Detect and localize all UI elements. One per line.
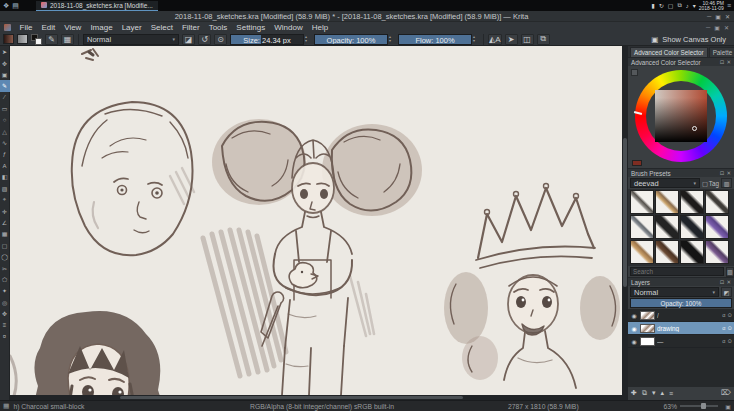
zoom-level[interactable]: 63% <box>663 403 677 410</box>
menu-item[interactable]: Window <box>270 22 307 33</box>
selector-settings-icon[interactable] <box>631 69 638 76</box>
mdi-control-button[interactable]: ✕ <box>724 24 729 31</box>
brush-preset-tile[interactable] <box>705 190 729 214</box>
tool-button[interactable]: ∿ <box>0 137 10 148</box>
move-layer-up-button[interactable]: ▴ <box>660 389 664 397</box>
app-launcher-icon[interactable]: ❖ <box>3 2 9 10</box>
layer-name[interactable]: — <box>657 338 720 345</box>
toolbar-slider[interactable]: Size: 24.34 px <box>230 34 304 45</box>
tag-toggle[interactable]: ▢ Tag <box>702 180 719 187</box>
delete-layer-button[interactable]: ⌦ <box>721 389 731 397</box>
tray-icon[interactable]: ▾ <box>693 2 696 9</box>
window-control-button[interactable]: ─ <box>707 13 711 20</box>
current-brush-name[interactable]: h) Charcoal small-block <box>13 403 84 410</box>
brush-preset-tile[interactable] <box>630 240 654 264</box>
layer-name[interactable]: drawing <box>657 325 720 332</box>
tool-button[interactable]: ◯ <box>0 251 10 262</box>
tool-button[interactable]: A <box>0 160 10 171</box>
layer-row[interactable]: ◉ — α ⊙ <box>628 335 734 348</box>
tool-button[interactable]: ƒ <box>0 149 10 160</box>
menu-item[interactable]: Edit <box>37 22 60 33</box>
brush-presets-header[interactable]: Brush Presets ⊡ ✕ <box>628 168 734 177</box>
float-docker-icon[interactable]: ⊡ <box>720 170 725 176</box>
float-docker-icon[interactable]: ⊡ <box>720 59 725 65</box>
tray-icon[interactable]: ♪ <box>686 3 689 9</box>
saturation-value-square[interactable] <box>655 90 707 142</box>
slider-spinner[interactable]: ▴▾ <box>305 35 311 43</box>
window-list-icon[interactable]: ▤ <box>12 2 19 10</box>
panel-menu-icon[interactable]: ≡ <box>727 2 731 9</box>
brush-preset-tile[interactable] <box>655 190 679 214</box>
canvas[interactable] <box>10 46 622 395</box>
layer-visibility-icon[interactable]: ◉ <box>630 338 638 345</box>
layer-blend-dropdown[interactable]: Normal ▾ <box>630 287 719 297</box>
mdi-control-button[interactable]: ▣ <box>714 24 720 31</box>
menu-item[interactable]: Layer <box>117 22 146 33</box>
tool-button[interactable]: ✦ <box>0 285 10 296</box>
show-canvas-only-button[interactable]: ▣ Show Canvas Only <box>646 35 731 44</box>
window-titlebar[interactable]: 2018-11-08_sketches.kra [Modified] (58.9… <box>0 11 734 22</box>
mirror-horizontal-button[interactable]: ◭A <box>488 34 502 45</box>
tool-button[interactable]: ✥ <box>0 57 10 68</box>
slider-spinner[interactable]: ▴▾ <box>473 35 479 43</box>
tray-icon[interactable]: ▮ <box>651 2 654 9</box>
add-layer-button[interactable]: ✚ <box>631 389 637 397</box>
krita-menu-icon[interactable] <box>4 24 11 31</box>
gradient-chooser[interactable] <box>3 34 14 44</box>
brush-preset-tile[interactable] <box>705 240 729 264</box>
layer-alpha-icon[interactable]: α <box>722 325 725 331</box>
search-options-icon[interactable]: ▥ <box>726 267 734 277</box>
tool-button[interactable]: ◧ <box>0 171 10 182</box>
brush-preset-tile[interactable] <box>680 240 704 264</box>
hscroll-handle[interactable] <box>120 396 463 399</box>
tag-menu-button[interactable]: ▥ <box>721 178 732 188</box>
tool-button[interactable]: ∕ <box>0 92 10 103</box>
layer-visibility-icon[interactable]: ◉ <box>630 312 638 319</box>
tool-button[interactable]: ¤ <box>0 331 10 342</box>
duplicate-layer-button[interactable]: ⧉ <box>642 389 647 397</box>
layers-header[interactable]: Layers ⊡ ✕ <box>628 277 734 286</box>
window-control-button[interactable]: ▣ <box>715 13 721 20</box>
tool-button[interactable]: ✥ <box>0 308 10 319</box>
tool-button[interactable]: ▦ <box>0 228 10 239</box>
layer-name[interactable]: / <box>657 312 720 319</box>
menu-item[interactable]: View <box>60 22 86 33</box>
float-docker-icon[interactable]: ⊡ <box>720 279 725 285</box>
move-layer-down-button[interactable]: ▾ <box>652 389 656 397</box>
menu-item[interactable]: Tools <box>204 22 232 33</box>
reload-preset-button[interactable]: ↺ <box>198 34 211 45</box>
color-selector-header[interactable]: Advanced Color Selector ⊡ ✕ <box>628 57 734 66</box>
tool-button[interactable]: ○ <box>0 114 10 125</box>
close-docker-icon[interactable]: ✕ <box>726 170 731 176</box>
tool-button[interactable]: ⌖ <box>0 194 10 205</box>
tray-icon[interactable]: ⧉ <box>677 2 681 9</box>
tool-button[interactable]: ⬠ <box>0 274 10 285</box>
tray-icon[interactable]: ▢ <box>668 2 674 9</box>
alpha-lock-button[interactable]: ⊙ <box>214 34 227 45</box>
toolbar-slider[interactable]: Flow: 100% <box>398 34 472 45</box>
current-color-swatch[interactable] <box>632 160 642 166</box>
mdi-control-button[interactable]: ─ <box>706 24 710 31</box>
tool-button[interactable]: ➤ <box>0 46 10 57</box>
tool-button[interactable]: △ <box>0 126 10 137</box>
layer-inherit-icon[interactable]: ⊙ <box>727 312 732 318</box>
menu-item[interactable]: Help <box>307 22 332 33</box>
layer-row[interactable]: ◉ / α ⊙ <box>628 309 734 322</box>
layer-properties-button[interactable]: ≡ <box>669 390 673 397</box>
docker-tab[interactable]: Palette <box>709 47 734 57</box>
menu-item[interactable]: Filter <box>177 22 204 33</box>
mirror-vertical-button[interactable]: ➤ <box>505 34 518 45</box>
pattern-chooser[interactable] <box>17 34 28 44</box>
brush-preset-chooser-button[interactable]: ▦ <box>61 34 74 45</box>
brush-preset-tile[interactable] <box>655 240 679 264</box>
close-docker-icon[interactable]: ✕ <box>726 279 731 285</box>
eraser-mode-button[interactable]: ◪ <box>182 34 195 45</box>
selection-indicator-icon[interactable]: ▦ <box>3 402 9 410</box>
brush-preset-tile[interactable] <box>630 190 654 214</box>
docker-tab[interactable]: Advanced Color Selector <box>630 47 708 57</box>
menu-item[interactable]: Settings <box>232 22 270 33</box>
tool-button[interactable]: ▭ <box>0 103 10 114</box>
layer-opacity-slider[interactable]: Opacity: 100% <box>630 298 732 308</box>
zoom-slider-handle[interactable] <box>701 403 706 409</box>
brush-preset-tile[interactable] <box>630 215 654 239</box>
